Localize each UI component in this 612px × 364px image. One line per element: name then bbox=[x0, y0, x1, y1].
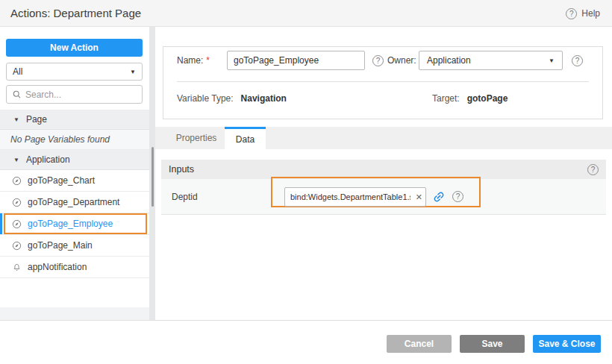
target-label: Target: bbox=[432, 93, 460, 104]
navigation-icon bbox=[12, 176, 22, 186]
owner-dropdown[interactable]: Application ▼ bbox=[419, 51, 563, 70]
summary-divider bbox=[177, 81, 589, 82]
collapse-caret-icon: ▼ bbox=[13, 116, 19, 123]
variables-list: ▼ Page No Page Variables found ▼ Applica… bbox=[0, 110, 149, 278]
filter-dropdown[interactable]: All ▼ bbox=[6, 63, 143, 81]
inputs-help-icon[interactable]: ? bbox=[587, 164, 599, 175]
deptid-bind-input[interactable] bbox=[284, 187, 426, 207]
input-row-deptid: Deptid ✕ ? bbox=[161, 179, 606, 215]
bind-link-icon[interactable] bbox=[432, 190, 446, 204]
target-value: gotoPage bbox=[467, 93, 508, 104]
dialog-header: Actions: Department Page ? Help bbox=[0, 0, 612, 27]
chevron-down-icon: ▼ bbox=[130, 69, 136, 75]
sidebar-item-gotopage-main[interactable]: goToPage_Main bbox=[0, 235, 149, 257]
collapse-caret-icon: ▼ bbox=[13, 157, 19, 163]
variable-type-value: Navigation bbox=[241, 93, 287, 104]
save-and-close-button[interactable]: Save & Close bbox=[533, 335, 601, 353]
dialog-footer: Cancel Save Save & Close bbox=[0, 320, 612, 364]
search-box[interactable] bbox=[6, 85, 143, 104]
required-marker: * bbox=[206, 55, 210, 66]
detail-tabbar: Properties Data bbox=[155, 127, 612, 149]
tab-properties[interactable]: Properties bbox=[168, 127, 225, 149]
page-empty-message: No Page Variables found bbox=[0, 130, 149, 150]
help-icon: ? bbox=[566, 8, 577, 19]
clear-icon[interactable]: ✕ bbox=[416, 192, 422, 202]
owner-label: Owner: bbox=[387, 55, 416, 66]
save-button[interactable]: Save bbox=[460, 335, 525, 353]
name-label: Name: bbox=[177, 55, 203, 66]
inputs-section-header: Inputs ? bbox=[161, 160, 606, 179]
sidebar-scrollbar[interactable] bbox=[152, 147, 154, 207]
action-summary-box: Name: * ? Owner: * Application ▼ ? Varia… bbox=[163, 46, 603, 119]
action-detail-panel: Name: * ? Owner: * Application ▼ ? Varia… bbox=[155, 27, 612, 320]
input-field-name: Deptid bbox=[172, 192, 198, 202]
group-page[interactable]: ▼ Page bbox=[0, 110, 149, 130]
help-label: Help bbox=[581, 8, 600, 19]
help-button[interactable]: ? Help bbox=[566, 0, 600, 27]
new-action-button[interactable]: New Action bbox=[6, 39, 143, 57]
name-field[interactable] bbox=[227, 51, 365, 70]
actions-dialog: Actions: Department Page ? Help New Acti… bbox=[0, 0, 612, 364]
sidebar-item-gotopage-chart[interactable]: goToPage_Chart bbox=[0, 170, 149, 192]
name-help-icon[interactable]: ? bbox=[372, 55, 384, 66]
cancel-button[interactable]: Cancel bbox=[387, 335, 452, 353]
filter-dropdown-value: All bbox=[13, 66, 130, 77]
variable-type-label: Variable Type: bbox=[177, 93, 234, 104]
sidebar-item-gotopage-department[interactable]: goToPage_Department bbox=[0, 192, 149, 213]
page-title: Actions: Department Page bbox=[10, 0, 141, 27]
owner-help-icon[interactable]: ? bbox=[572, 55, 583, 66]
navigation-icon bbox=[12, 198, 22, 207]
selected-indicator-bar bbox=[0, 213, 2, 234]
chevron-down-icon: ▼ bbox=[549, 57, 555, 64]
search-icon bbox=[12, 90, 22, 99]
actions-sidebar: New Action All ▼ ▼ Page No Page Variable… bbox=[0, 27, 149, 320]
search-input[interactable] bbox=[25, 90, 137, 100]
owner-dropdown-value: Application bbox=[427, 55, 549, 66]
inputs-section-title: Inputs bbox=[169, 164, 587, 175]
navigation-icon bbox=[12, 241, 22, 251]
sidebar-item-appnotification[interactable]: appNotification bbox=[0, 257, 149, 278]
tab-data[interactable]: Data bbox=[225, 127, 266, 149]
group-application[interactable]: ▼ Application bbox=[0, 150, 149, 170]
navigation-icon bbox=[12, 219, 22, 229]
deptid-help-icon[interactable]: ? bbox=[452, 191, 463, 202]
sidebar-item-gotopage-employee[interactable]: goToPage_Employee bbox=[0, 213, 149, 235]
notification-icon bbox=[12, 263, 22, 272]
